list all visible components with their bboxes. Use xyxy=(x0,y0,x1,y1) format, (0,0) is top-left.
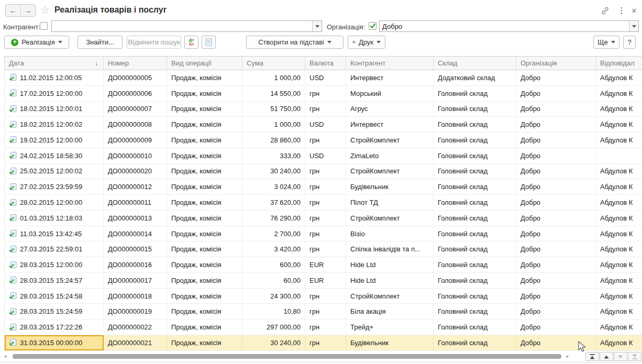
cell-number[interactable]: ДО000000019 xyxy=(104,304,167,319)
cell-operation-type[interactable]: Продаж, комісія xyxy=(167,211,242,226)
cell-date[interactable]: 28.03.2015 15:24:57 xyxy=(5,273,104,288)
scrollbar-thumb[interactable] xyxy=(13,354,561,359)
cell-operation-type[interactable]: Продаж, комісія xyxy=(167,179,242,194)
cell-responsible[interactable]: Абдулов К xyxy=(596,164,642,179)
cell-date[interactable]: 11.03.2015 13:42:45 xyxy=(5,226,104,241)
cell-organization[interactable]: Добро xyxy=(516,117,596,132)
cell-number[interactable]: ДО000000021 xyxy=(104,335,167,350)
print-button[interactable]: Друк xyxy=(348,36,385,49)
column-header-organization[interactable]: Організація xyxy=(516,57,596,70)
table-row[interactable]: 24.02.2015 18:58:30ДО000000010Продаж, ко… xyxy=(4,148,642,164)
cell-currency[interactable]: грн xyxy=(305,226,346,241)
cell-date[interactable]: 27.03.2015 22:59:01 xyxy=(5,241,104,257)
find-button[interactable]: Знайти... xyxy=(78,36,123,49)
column-header-responsible[interactable]: Відповідал xyxy=(596,57,642,70)
cell-operation-type[interactable]: Продаж, комісія xyxy=(167,241,242,257)
cell-organization[interactable]: Добро xyxy=(516,86,596,101)
cell-warehouse[interactable]: Головний склад xyxy=(434,86,516,101)
cell-warehouse[interactable]: Головний склад xyxy=(434,304,516,319)
cell-warehouse[interactable]: Головний склад xyxy=(434,257,516,272)
show-postings-button[interactable]: Дт Кт xyxy=(184,36,198,49)
table-row[interactable]: 25.02.2015 12:00:02ДО000000020Продаж, ко… xyxy=(4,164,642,180)
cell-counterparty[interactable]: Спілка інвалідів та п... xyxy=(346,241,434,257)
go-down-button[interactable] xyxy=(614,352,627,361)
cell-responsible[interactable]: Абдулов К xyxy=(596,226,642,241)
cell-date[interactable]: 19.02.2015 12:00:00 xyxy=(5,133,104,148)
cell-date[interactable]: 01.03.2015 12:18:03 xyxy=(5,211,104,226)
cell-operation-type[interactable]: Продаж, комісія xyxy=(167,226,242,241)
cell-responsible[interactable] xyxy=(596,148,642,163)
cell-number[interactable]: ДО000000011 xyxy=(104,195,167,210)
cell-date[interactable]: 28.03.2015 15:24:59 xyxy=(5,304,104,319)
cell-date[interactable]: 28.02.2015 12:00:00 xyxy=(5,195,104,210)
cell-amount[interactable]: 51 750,00 xyxy=(242,102,305,117)
forward-button[interactable]: → xyxy=(21,5,36,16)
cell-warehouse[interactable]: Головний склад xyxy=(434,289,516,304)
cell-operation-type[interactable]: Продаж, комісія xyxy=(167,148,242,163)
cell-responsible[interactable]: Абдулов К xyxy=(596,257,642,272)
cell-warehouse[interactable]: Додатковий склад xyxy=(434,70,516,85)
counterparty-dropdown-button[interactable] xyxy=(312,21,322,31)
cell-currency[interactable]: грн xyxy=(305,319,346,335)
cell-amount[interactable]: 3 420,00 xyxy=(242,241,305,257)
cell-operation-type[interactable]: Продаж, комісія xyxy=(167,117,242,132)
cell-responsible[interactable]: Абдулов К xyxy=(596,179,642,194)
cell-responsible[interactable]: Абдулов К xyxy=(596,117,642,132)
cell-currency[interactable]: грн xyxy=(305,164,346,179)
cell-warehouse[interactable]: Головний склад xyxy=(434,148,516,163)
go-up-button[interactable] xyxy=(600,352,613,361)
column-header-number[interactable]: Номер xyxy=(104,57,167,70)
cell-organization[interactable]: Добро xyxy=(516,179,596,194)
help-button[interactable]: ? xyxy=(623,36,636,49)
cell-responsible[interactable]: Абдулов К xyxy=(596,304,642,319)
cell-currency[interactable]: грн xyxy=(305,133,346,148)
cell-warehouse[interactable]: Головний склад xyxy=(434,164,516,179)
create-based-on-button[interactable]: Створити на підставі xyxy=(246,36,344,49)
cell-responsible[interactable]: Абдулов К xyxy=(596,86,642,101)
cell-responsible[interactable]: Абдулов К xyxy=(596,70,642,85)
cell-warehouse[interactable]: Головний склад xyxy=(434,241,516,257)
cell-amount[interactable]: 24 300,00 xyxy=(242,289,305,304)
cell-warehouse[interactable]: Головний склад xyxy=(434,195,516,210)
cell-responsible[interactable]: Абдулов К xyxy=(596,211,642,226)
cell-date[interactable]: 28.03.2015 12:00:00 xyxy=(5,257,104,272)
cell-date[interactable]: 24.02.2015 18:58:30 xyxy=(5,148,104,163)
table-row[interactable]: 27.02.2015 23:59:59ДО000000012Продаж, ко… xyxy=(4,179,642,195)
column-header-currency[interactable]: Валюта xyxy=(305,57,346,70)
cell-counterparty[interactable]: Интервест xyxy=(346,70,434,85)
cell-amount[interactable]: 28 860,00 xyxy=(242,133,305,148)
cell-operation-type[interactable]: Продаж, комісія xyxy=(167,195,242,210)
horizontal-scrollbar[interactable]: ◄ ► xyxy=(0,352,642,361)
cell-counterparty[interactable]: Морський xyxy=(346,86,434,101)
more-menu-icon[interactable]: ⋮ xyxy=(617,6,626,15)
cell-currency[interactable]: EUR xyxy=(305,273,346,288)
column-header-warehouse[interactable]: Склад xyxy=(434,57,516,70)
cell-currency[interactable]: грн xyxy=(305,102,346,117)
go-to-bottom-button[interactable] xyxy=(628,352,641,361)
table-row[interactable]: 18.02.2015 12:00:02ДО000000008Продаж, ко… xyxy=(4,117,642,133)
cell-date[interactable]: 17.02.2015 12:00:00 xyxy=(5,86,104,101)
cell-currency[interactable]: грн xyxy=(305,289,346,304)
cell-operation-type[interactable]: Продаж, комісія xyxy=(167,335,242,350)
cell-amount[interactable]: 60,00 xyxy=(242,273,305,288)
cell-counterparty[interactable]: Трейд+ xyxy=(346,319,434,335)
cell-operation-type[interactable]: Продаж, комісія xyxy=(167,133,242,148)
cell-organization[interactable]: Добро xyxy=(516,102,596,117)
cell-amount[interactable]: 333,00 xyxy=(242,148,305,163)
close-icon[interactable]: ✕ xyxy=(629,6,639,15)
counterparty-input[interactable] xyxy=(51,20,322,32)
cell-number[interactable]: ДО000000015 xyxy=(104,241,167,257)
cell-date[interactable]: 25.02.2015 12:00:02 xyxy=(5,164,104,179)
cell-organization[interactable]: Добро xyxy=(516,319,596,335)
organization-input[interactable]: Добро xyxy=(379,20,639,32)
column-header-date[interactable]: Дата↓ xyxy=(5,57,104,70)
column-header-amount[interactable]: Сума xyxy=(242,57,305,70)
organization-dropdown-button[interactable] xyxy=(629,21,638,31)
cell-amount[interactable]: 297 000,00 xyxy=(242,319,305,335)
table-row[interactable]: 28.03.2015 15:24:58ДО000000018Продаж, ко… xyxy=(4,289,642,304)
cell-warehouse[interactable]: Головний склад xyxy=(434,102,516,117)
cell-operation-type[interactable]: Продаж, комісія xyxy=(167,273,242,288)
cell-counterparty[interactable]: Будівельник xyxy=(346,179,434,194)
cell-date[interactable]: 28.03.2015 15:24:58 xyxy=(5,289,104,304)
cell-amount[interactable]: 600,00 xyxy=(242,257,305,272)
